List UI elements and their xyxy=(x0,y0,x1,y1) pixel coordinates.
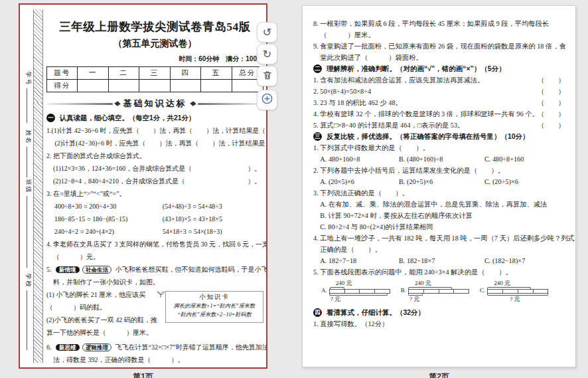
score-table-header-cell: 一 xyxy=(78,67,108,80)
text-line: (2)小飞的爸爸买了一双 42 码的鞋，推 xyxy=(46,314,165,326)
rotate-left-button[interactable]: ↺ xyxy=(257,22,277,43)
text-line: 7. 把 352 减去（ ）后是 25 的 12 倍。 xyxy=(46,366,263,369)
text-line: (1)12×3=36，124+36=160，合并成综合算式是（ ）。 xyxy=(46,162,263,175)
question5-text: (1) 小飞的脚长 21 厘米，他应该买 （ ）码的鞋。 (2)小飞的爸爸买了一… xyxy=(46,288,165,339)
question-lines: 6. 新思维 逻辑推理 飞飞在计算“32+□×7”时弄错了运算顺序，他先算加法后… xyxy=(46,341,263,369)
text-line: 8. 一根彩带，如果剪成 6 段，平均每段长 45 厘米；如果剪成 9 段，平均… xyxy=(313,18,567,29)
card-title: 小知识卡 xyxy=(169,293,260,302)
text-line: B. 计算 90+72×4 时，要按从左往右的顺序依次计算 xyxy=(313,210,567,221)
text-line: 正确的是（ ）。 xyxy=(313,244,567,255)
text-line: （ ）元。 xyxy=(46,250,263,263)
fill-in-line xyxy=(27,290,27,350)
score-table-header-cell: 四 xyxy=(171,67,201,80)
text-line: (2)12−8=4，840÷4=210，合并成综合算式是（ ）。 xyxy=(46,175,263,187)
text-line: 4. 学校有篮球 32 个，排球的个数是篮球的 3 倍，排球和篮球一共有 96 … xyxy=(313,108,567,120)
question-lines: 一 认真读题，细心填空。（每空1分，共21分） 1.(1)计算 42−36÷6 … xyxy=(46,112,263,288)
badge-filled: 新思维 xyxy=(56,344,80,351)
section-number-icon: 二 xyxy=(313,64,322,73)
banner-title: 基础知识达标 xyxy=(122,98,188,110)
text-line: 3. 在○里填上“>”“<”或“=”。 xyxy=(46,187,263,200)
page-2-label: 第2页 xyxy=(302,371,576,378)
section-number-icon: 一 xyxy=(46,114,55,122)
rotate-ccw-icon: ↺ xyxy=(263,26,271,39)
segment-diagrams: A. 240 元 ? 元 B. 240 元 xyxy=(321,280,567,305)
app-canvas: 学号 姓名 班级 学校 三年级上册数学拔尖测试卷青岛54版 （第五单元测试卷） … xyxy=(0,0,588,378)
hatch-pattern xyxy=(34,9,42,102)
text-line: 4. 李老师在文具店买了 3 支同样的钢笔，付给售货员 30 元，找回 6 元，… xyxy=(46,238,263,250)
sprout-decoration-icon xyxy=(157,289,165,301)
segment-diagram: B. 240 元 ? 元 xyxy=(401,280,469,305)
section-number-icon: 三 xyxy=(313,132,322,141)
text-line: 堂此次购进了（ ）袋面粉。 xyxy=(313,52,567,63)
page-2-content: 8. 一根彩带，如果剪成 6 段，平均每段长 45 厘米；如果剪成 9 段，平均… xyxy=(313,18,567,339)
section-banner: 基础知识达标 xyxy=(46,98,263,110)
time-score-meta: 时间：60分钟 满分：100分 xyxy=(46,54,263,64)
question-lines: 四 看清算式，仔细计算。（32分） 1. 直接写得数。（12分） xyxy=(313,307,567,330)
section-number-icon: 四 xyxy=(313,308,322,317)
score-table-empty-cell xyxy=(78,80,108,92)
segment-bar xyxy=(408,289,469,294)
text-line: 算一下他的脚长是（ ）厘米。 xyxy=(46,326,165,339)
trash-icon xyxy=(262,70,273,83)
segment-bar xyxy=(487,289,548,294)
text-line: 料，并制作了一张小知识卡，如图。 xyxy=(46,276,263,288)
page-2[interactable]: 8. 一根彩带，如果剪成 6 段，平均每段长 45 厘米；如果剪成 9 段，平均… xyxy=(302,5,576,367)
score-table-header-cell: 五 xyxy=(201,67,232,80)
text-line: 法，得数是 392，正确的得数是（ ）。 xyxy=(46,353,263,366)
text-line: A. 在有加、减、乘、除法的混合运算中，总是先算乘、除法，再算加、减法 xyxy=(313,199,567,210)
card-line: “鞋内长”厘米数×2−10=鞋码数 xyxy=(169,310,260,319)
seal-field: 学号 xyxy=(21,71,33,123)
segment-diagram: C. 240 元 ? 元 xyxy=(480,280,548,305)
zoom-in-icon xyxy=(261,92,273,108)
text-line: 4. 工地上有一堆沙子，一共有 182 吨，每天用 18 吨，一周（7 天）后还… xyxy=(313,233,567,244)
banner-line xyxy=(46,103,113,105)
segment-diagram: A. 240 元 ? 元 xyxy=(321,280,390,305)
score-table-header-cell: 三 xyxy=(139,67,170,80)
test-title: 三年级上册数学拔尖测试卷青岛54版 xyxy=(46,19,263,35)
score-table-empty-cell xyxy=(201,80,232,92)
text-line: 5. 新情境 社会生活 小飞和爸爸想买鞋，但不知道如何选鞋码，于是小飞上网查阅资 xyxy=(46,263,263,276)
score-table-header-cell: 二 xyxy=(109,67,139,80)
score-table-row-label: 得分 xyxy=(47,80,78,92)
page-1-selected[interactable]: 学号 姓名 班级 学校 三年级上册数学拔尖测试卷青岛54版 （第五单元测试卷） … xyxy=(19,3,267,369)
seal-field: 姓名 xyxy=(21,130,33,177)
banner-ornament-icon xyxy=(114,101,121,106)
text-line: 2. 把下面的算式合并成综合算式。 xyxy=(46,149,263,162)
question5-block: (1) 小飞的脚长 21 厘米，他应该买 （ ）码的鞋。 (2)小飞的爸爸买了一… xyxy=(46,288,263,339)
question-lines: 8. 一根彩带，如果剪成 6 段，平均每段长 45 厘米；如果剪成 9 段，平均… xyxy=(313,18,567,278)
text-line: C. 80÷2÷4 与 80÷(2×4)的计算结果相同 xyxy=(313,221,567,233)
text-line: 240÷4÷2 ○ 240÷(4×2) 54×18÷3 ○ 54×(18÷3) xyxy=(46,225,263,238)
text-line: 1. 下列算式中得数最大的是（ ）。 xyxy=(313,142,567,153)
text-line: 400÷8+30 ○ 200÷4+30 (54+48)÷3 ○ 54+48÷3 xyxy=(46,200,263,213)
rotate-right-button[interactable]: ↻ xyxy=(257,44,277,64)
text-line: (2)计算(42−36)÷6 时，应先算（ ）法，再算（ ）法，计算结果是（ ）… xyxy=(46,137,263,149)
page-1-content: 三年级上册数学拔尖测试卷青岛54版 （第五单元测试卷） 时间：60分钟 满分：1… xyxy=(46,9,263,369)
text-line: 5. 算式□×8−40 的计算结果是 464，□表示的是 53。 （ ） xyxy=(313,120,567,131)
card-line: 脚长的厘米数+1=“鞋内长”厘米数 xyxy=(169,302,260,310)
banner-line xyxy=(198,103,264,105)
zoom-preview-button[interactable] xyxy=(257,90,277,110)
text-line: （ ）码的鞋。 xyxy=(46,301,165,314)
text-line: 3. 下列说法正确的是（ ）。 xyxy=(313,187,567,199)
equation-grid xyxy=(320,331,567,339)
fill-in-line xyxy=(27,147,27,177)
badge-filled: 新情境 xyxy=(56,266,80,273)
delete-page-button[interactable] xyxy=(257,66,277,86)
segment-bar xyxy=(329,289,390,294)
text-line: 2. 下列各题中去掉小括号后，运算结果发生变化的是（ ）。 xyxy=(313,165,567,176)
fill-in-line xyxy=(27,88,27,123)
score-table: 题号一二三四五总分得分 xyxy=(46,66,263,92)
page-toolbar: ↺ ↻ xyxy=(257,22,277,112)
text-line: 186−85−15 ○ 186−(85−15) (43+18)×5 ○ 43+1… xyxy=(46,213,263,225)
badge-outline: 逻辑推理 xyxy=(82,343,111,351)
score-table-empty-cell xyxy=(109,80,139,92)
text-line: A. (20×5)×6 B. (20+5)×6 C. (20÷5)×6 xyxy=(313,176,567,187)
score-table-empty-cell xyxy=(139,80,170,92)
text-line: 1.(1)计算 42−36÷6 时，应先算（ ）法，再算（ ）法，计算结果是（ … xyxy=(46,124,263,137)
hatch-pattern xyxy=(34,102,42,363)
text-line: 四 看清算式，仔细计算。（32分） xyxy=(313,307,567,318)
rotate-cw-icon: ↻ xyxy=(263,48,271,60)
page-1-label: 第1页 xyxy=(19,371,267,378)
text-line: 6. 新思维 逻辑推理 飞飞在计算“32+□×7”时弄错了运算顺序，他先算加法后… xyxy=(46,341,263,353)
text-line: （ ）厘米。 xyxy=(313,29,567,41)
